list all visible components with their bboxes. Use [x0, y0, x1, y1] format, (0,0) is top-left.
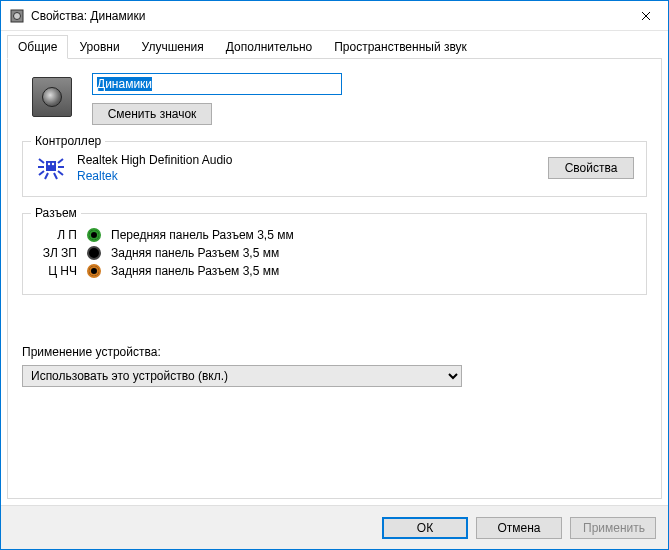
tab-label: Улучшения — [142, 40, 204, 54]
svg-point-1 — [14, 12, 21, 19]
tab-strip: Общие Уровни Улучшения Дополнительно Про… — [1, 31, 668, 58]
apply-button[interactable]: Применить — [570, 517, 656, 539]
tab-general[interactable]: Общие — [7, 35, 68, 59]
controller-legend: Контроллер — [31, 134, 105, 148]
tab-label: Уровни — [79, 40, 119, 54]
svg-point-3 — [48, 163, 50, 165]
ok-button[interactable]: ОК — [382, 517, 468, 539]
jack-color-icon — [87, 246, 101, 260]
jack-label: Л П — [35, 228, 77, 242]
controller-vendor-link[interactable]: Realtek — [77, 169, 538, 183]
device-usage-section: Применение устройства: Использовать это … — [22, 345, 647, 387]
jack-color-icon — [87, 228, 101, 242]
jack-row: Ц НЧ Задняя панель Разъем 3,5 мм — [35, 264, 634, 278]
tab-panel-general: Сменить значок Контроллер Realtek High D… — [7, 58, 662, 499]
tab-advanced[interactable]: Дополнительно — [215, 35, 323, 59]
button-label: Сменить значок — [108, 107, 197, 121]
svg-point-4 — [52, 163, 54, 165]
titlebar: Свойства: Динамики — [1, 1, 668, 31]
svg-rect-2 — [46, 161, 56, 171]
button-label: Отмена — [497, 521, 540, 535]
jacks-legend: Разъем — [31, 206, 81, 220]
device-header: Сменить значок — [22, 73, 647, 125]
tab-label: Дополнительно — [226, 40, 312, 54]
controller-properties-button[interactable]: Свойства — [548, 157, 634, 179]
controller-name: Realtek High Definition Audio — [77, 153, 538, 167]
jack-row: Л П Передняя панель Разъем 3,5 мм — [35, 228, 634, 242]
tab-levels[interactable]: Уровни — [68, 35, 130, 59]
window-icon — [9, 8, 25, 24]
device-usage-label: Применение устройства: — [22, 345, 647, 359]
jack-description: Передняя панель Разъем 3,5 мм — [111, 228, 294, 242]
dialog-footer: ОК Отмена Применить — [1, 505, 668, 549]
jacks-group: Разъем Л П Передняя панель Разъем 3,5 мм… — [22, 213, 647, 295]
properties-window: Свойства: Динамики Общие Уровни Улучшени… — [0, 0, 669, 550]
tab-spatial-sound[interactable]: Пространственный звук — [323, 35, 478, 59]
button-label: ОК — [417, 521, 433, 535]
window-title: Свойства: Динамики — [31, 9, 623, 23]
device-name-input[interactable] — [92, 73, 342, 95]
speaker-icon — [32, 77, 72, 117]
close-button[interactable] — [623, 1, 668, 31]
device-usage-select[interactable]: Использовать это устройство (вкл.) — [22, 365, 462, 387]
controller-group: Контроллер Realtek High Definition Audio… — [22, 141, 647, 197]
jack-description: Задняя панель Разъем 3,5 мм — [111, 264, 279, 278]
tab-label: Общие — [18, 40, 57, 54]
jack-color-icon — [87, 264, 101, 278]
tab-label: Пространственный звук — [334, 40, 467, 54]
button-label: Применить — [583, 521, 645, 535]
button-label: Свойства — [565, 161, 618, 175]
jack-description: Задняя панель Разъем 3,5 мм — [111, 246, 279, 260]
jack-label: ЗЛ ЗП — [35, 246, 77, 260]
realtek-icon — [35, 152, 67, 184]
change-icon-button[interactable]: Сменить значок — [92, 103, 212, 125]
jack-row: ЗЛ ЗП Задняя панель Разъем 3,5 мм — [35, 246, 634, 260]
jack-label: Ц НЧ — [35, 264, 77, 278]
cancel-button[interactable]: Отмена — [476, 517, 562, 539]
tab-enhancements[interactable]: Улучшения — [131, 35, 215, 59]
